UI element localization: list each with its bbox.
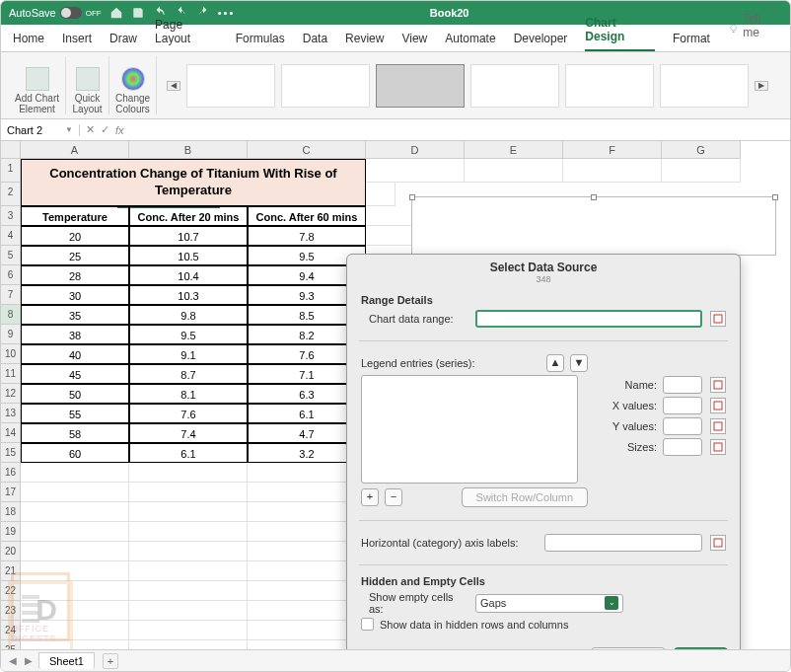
row-header-11[interactable]: 11	[1, 364, 21, 384]
show-hidden-checkbox[interactable]	[361, 618, 374, 631]
cell-A10[interactable]: 40	[21, 344, 129, 364]
range-picker-icon[interactable]	[710, 311, 726, 327]
col-header-E[interactable]: E	[465, 141, 563, 159]
cell-B5[interactable]: 10.5	[129, 246, 248, 265]
gallery-prev[interactable]: ◀	[167, 81, 180, 91]
cell-B10[interactable]: 9.1	[129, 344, 248, 364]
cell-G1[interactable]	[662, 159, 741, 183]
col-header-A[interactable]: A	[21, 141, 129, 159]
cell-A7[interactable]: 30	[21, 285, 129, 305]
move-up-button[interactable]: ▲	[546, 354, 564, 372]
tab-automate[interactable]: Automate	[445, 32, 495, 51]
tab-format[interactable]: Format	[673, 32, 710, 51]
cell-A16[interactable]	[21, 463, 129, 483]
cell-C4[interactable]: 7.8	[248, 226, 366, 246]
haxis-picker-icon[interactable]	[710, 535, 726, 551]
col-header-B[interactable]: B	[129, 141, 248, 159]
cell-A20[interactable]	[21, 542, 129, 561]
home-icon[interactable]	[109, 6, 123, 20]
cell-A19[interactable]	[21, 522, 129, 542]
more-icon[interactable]: •••	[218, 7, 236, 19]
cell-B16[interactable]	[129, 463, 248, 483]
horizontal-axis-input[interactable]	[544, 534, 702, 552]
autosave-toggle[interactable]: AutoSave OFF	[9, 7, 102, 19]
cell-B19[interactable]	[129, 522, 248, 542]
col-header-D[interactable]: D	[366, 141, 465, 159]
cell-B13[interactable]: 7.6	[129, 404, 248, 423]
cell-D1[interactable]	[366, 159, 465, 183]
row-header-4[interactable]: 4	[1, 226, 21, 246]
add-series-button[interactable]: +	[361, 488, 379, 506]
name-picker-icon[interactable]	[710, 377, 726, 393]
row-header-10[interactable]: 10	[1, 344, 21, 364]
cell-B15[interactable]: 6.1	[129, 443, 248, 463]
undo-dropdown-icon[interactable]	[153, 6, 167, 20]
add-sheet-button[interactable]: +	[103, 653, 118, 669]
row-header-7[interactable]: 7	[1, 285, 21, 305]
chart-style-2[interactable]	[281, 64, 370, 108]
y-picker-icon[interactable]	[710, 418, 726, 434]
cell-A1[interactable]: Concentration Change of Titanium With Ri…	[21, 159, 366, 206]
cell-A18[interactable]	[21, 502, 129, 522]
cell-A13[interactable]: 55	[21, 404, 129, 423]
cell-B9[interactable]: 9.5	[129, 325, 248, 344]
chart-data-range-input[interactable]	[475, 310, 702, 328]
switch-row-column-button[interactable]: Switch Row/Column	[462, 487, 588, 507]
row-header-3[interactable]: 3	[1, 206, 21, 226]
sizes-picker-icon[interactable]	[710, 439, 726, 455]
row-header-1[interactable]: 1	[1, 159, 21, 183]
chart-style-4[interactable]	[470, 64, 559, 108]
cell-B14[interactable]: 7.4	[129, 423, 248, 443]
tab-home[interactable]: Home	[13, 32, 44, 51]
cell-B3[interactable]: Conc. After 20 mins	[129, 206, 248, 226]
cell-B20[interactable]	[129, 542, 248, 561]
chart-style-5[interactable]	[565, 64, 654, 108]
tab-draw[interactable]: Draw	[109, 32, 137, 51]
move-down-button[interactable]: ▼	[570, 354, 588, 372]
tab-view[interactable]: View	[401, 32, 427, 51]
sheet-tab-1[interactable]: Sheet1	[38, 652, 95, 669]
cell-E1[interactable]	[465, 159, 563, 183]
cell-B24[interactable]	[129, 621, 248, 640]
chart-style-1[interactable]	[186, 64, 275, 108]
cell-A3[interactable]: Temperature	[21, 206, 129, 226]
row-header-12[interactable]: 12	[1, 384, 21, 404]
cell-F1[interactable]	[563, 159, 662, 183]
fx-icon[interactable]: fx	[115, 124, 124, 136]
gallery-next[interactable]: ▶	[755, 81, 768, 91]
col-header-G[interactable]: G	[662, 141, 741, 159]
cell-B11[interactable]: 8.7	[129, 364, 248, 384]
save-icon[interactable]	[131, 6, 145, 20]
row-header-5[interactable]: 5	[1, 246, 21, 265]
tab-developer[interactable]: Developer	[514, 32, 568, 51]
cell-B7[interactable]: 10.3	[129, 285, 248, 305]
select-all-corner[interactable]	[1, 141, 21, 159]
col-header-C[interactable]: C	[248, 141, 366, 159]
tab-formulas[interactable]: Formulas	[236, 32, 285, 51]
row-header-13[interactable]: 13	[1, 404, 21, 423]
series-listbox[interactable]	[361, 375, 578, 484]
x-picker-icon[interactable]	[710, 398, 726, 413]
cell-A9[interactable]: 38	[21, 325, 129, 344]
y-values-input[interactable]	[663, 417, 702, 435]
cell-C3[interactable]: Conc. After 60 mins	[248, 206, 366, 226]
redo-icon[interactable]	[196, 6, 210, 20]
cell-B23[interactable]	[129, 601, 248, 621]
series-name-input[interactable]	[663, 376, 702, 394]
cell-A11[interactable]: 45	[21, 364, 129, 384]
tab-insert[interactable]: Insert	[62, 32, 92, 51]
add-chart-element-button[interactable]: Add Chart Element	[9, 56, 66, 114]
tab-page-layout[interactable]: Page Layout	[155, 18, 218, 51]
row-header-14[interactable]: 14	[1, 423, 21, 443]
cell-B8[interactable]: 9.8	[129, 305, 248, 325]
row-header-8[interactable]: 8	[1, 305, 21, 325]
cell-B4[interactable]: 10.7	[129, 226, 248, 246]
row-header-16[interactable]: 16	[1, 463, 21, 483]
show-empty-select[interactable]: Gaps⌄	[475, 594, 623, 613]
chart-style-3[interactable]	[376, 64, 465, 108]
tab-chart-design[interactable]: Chart Design	[585, 16, 655, 51]
cell-A14[interactable]: 58	[21, 423, 129, 443]
x-values-input[interactable]	[663, 397, 702, 414]
cell-A4[interactable]: 20	[21, 226, 129, 246]
name-box[interactable]: Chart 2▼	[1, 124, 80, 136]
